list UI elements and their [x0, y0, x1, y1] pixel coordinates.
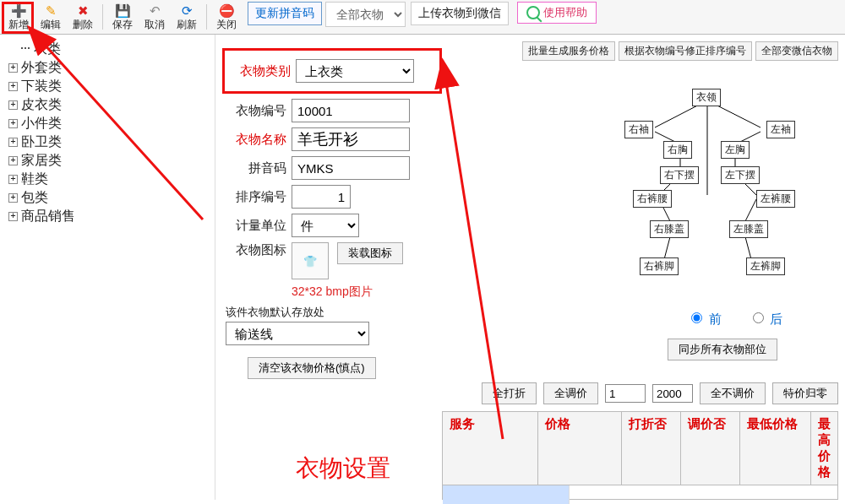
th-max: 最高价格 — [811, 412, 837, 485]
annotation-label: 衣物设置 — [296, 453, 390, 485]
new-button[interactable]: ➕新增 — [3, 2, 35, 32]
content-pane: 批量生成服务价格 根据衣物编号修正排序编号 全部变微信衣物 衣物类别 上衣类 衣… — [215, 35, 845, 500]
expand-icon[interactable]: + — [8, 82, 18, 91]
tree-item[interactable]: +家居类 — [8, 151, 211, 170]
category-label: 衣物类别 — [226, 63, 291, 79]
code-label: 衣物编号 — [222, 103, 286, 119]
fix-order-button[interactable]: 根据衣物编号修正排序编号 — [619, 41, 752, 61]
price-table: 服务 价格 打折否 调价否 最低价格 最高价格 — [442, 411, 838, 500]
adjust-val1-input[interactable] — [605, 384, 646, 403]
special-zero-button[interactable]: 特价归零 — [772, 382, 838, 404]
icon-note: 32*32 bmp图片 — [292, 285, 442, 300]
front-back-radio: 前 后 — [675, 310, 794, 328]
pencil-icon: ✎ — [35, 3, 67, 19]
close-button[interactable]: ⛔关闭 — [210, 2, 243, 32]
tree-item[interactable]: +包类 — [8, 188, 211, 207]
part-r-foot[interactable]: 右裤脚 — [640, 257, 679, 275]
tree-item[interactable]: +卧卫类 — [8, 133, 211, 151]
tree-item[interactable]: ··· 衣类 — [20, 40, 211, 58]
expand-icon[interactable]: + — [8, 100, 18, 110]
default-loc-select[interactable]: 输送线 — [226, 322, 369, 345]
tree-item[interactable]: +商品销售 — [8, 207, 211, 225]
part-l-hem[interactable]: 左下摆 — [721, 166, 760, 184]
clear-price-button[interactable]: 清空该衣物价格(慎点) — [248, 357, 376, 379]
undo-icon: ↶ — [139, 3, 171, 19]
part-r-hem[interactable]: 右下摆 — [660, 166, 699, 184]
cancel-button[interactable]: ↶取消 — [139, 2, 171, 32]
upload-wechat-button[interactable]: 上传衣物到微信 — [411, 2, 509, 25]
delete-button[interactable]: ✖删除 — [67, 2, 99, 32]
part-r-waist[interactable]: 右裤腰 — [633, 190, 672, 208]
help-button[interactable]: 使用帮助 — [517, 2, 597, 24]
price-toolbar: 全打折 全调价 全不调价 特价归零 — [442, 382, 838, 404]
th-price: 价格 — [538, 412, 622, 485]
close-icon: ⛔ — [210, 3, 243, 19]
all-adjust-button[interactable]: 全调价 — [543, 382, 598, 404]
expand-icon[interactable]: + — [8, 156, 18, 165]
expand-icon[interactable]: + — [8, 119, 18, 128]
part-r-chest[interactable]: 右胸 — [663, 141, 692, 159]
part-l-chest[interactable]: 左胸 — [721, 141, 750, 159]
sync-parts-button[interactable]: 同步所有衣物部位 — [668, 339, 777, 360]
x-icon: ✖ — [67, 3, 99, 19]
part-l-knee[interactable]: 左膝盖 — [729, 220, 768, 238]
th-discount: 打折否 — [622, 412, 681, 485]
expand-icon[interactable]: + — [8, 212, 18, 221]
expand-icon[interactable]: + — [8, 138, 18, 147]
code-input[interactable] — [292, 99, 410, 122]
order-input[interactable] — [292, 185, 351, 209]
tree-item[interactable]: +鞋类 — [8, 170, 211, 188]
category-highlight: 衣物类别 上衣类 — [222, 48, 442, 94]
tree-item[interactable]: +外套类 — [8, 58, 211, 77]
expand-icon[interactable]: + — [8, 175, 18, 184]
adjust-val2-input[interactable] — [652, 384, 693, 403]
icon-label: 衣物图标 — [222, 242, 286, 258]
top-links: 批量生成服务价格 根据衣物编号修正排序编号 全部变微信衣物 — [522, 41, 838, 61]
save-button[interactable]: 💾保存 — [106, 2, 139, 32]
radio-front[interactable]: 前 — [687, 312, 721, 326]
expand-icon[interactable]: + — [8, 193, 18, 203]
all-clothes-select[interactable]: 全部衣物 — [325, 2, 406, 27]
name-input[interactable] — [292, 127, 410, 151]
batch-price-button[interactable]: 批量生成服务价格 — [522, 41, 615, 61]
save-icon: 💾 — [106, 3, 139, 19]
name-label: 衣物名称 — [222, 132, 286, 148]
part-r-sleeve[interactable]: 右袖 — [624, 121, 653, 138]
radio-back[interactable]: 后 — [749, 312, 782, 326]
part-l-sleeve[interactable]: 左袖 — [766, 121, 795, 138]
category-select[interactable]: 上衣类 — [296, 59, 414, 83]
unit-select[interactable]: 件 — [292, 214, 359, 237]
all-noadjust-button[interactable]: 全不调价 — [700, 382, 766, 404]
search-icon — [526, 6, 540, 19]
update-pinyin-button[interactable]: 更新拼音码 — [248, 2, 322, 25]
part-collar[interactable]: 衣领 — [692, 89, 721, 106]
th-service: 服务 — [443, 412, 538, 485]
all-wechat-button[interactable]: 全部变微信衣物 — [755, 41, 838, 61]
th-adjust: 调价否 — [681, 412, 740, 485]
part-l-waist[interactable]: 左裤腰 — [756, 190, 795, 208]
load-icon-button[interactable]: 装载图标 — [337, 242, 403, 264]
body-diagram: 衣领 右袖 左袖 右胸 左胸 右下摆 左下摆 右裤腰 左裤腰 右膝盖 左膝盖 右… — [579, 85, 837, 305]
pinyin-input[interactable] — [292, 156, 410, 180]
refresh-button[interactable]: ⟳刷新 — [171, 2, 203, 32]
part-l-foot[interactable]: 左裤脚 — [746, 257, 785, 275]
tree-item[interactable]: +小件类 — [8, 114, 211, 133]
tree-item[interactable]: +皮衣类 — [8, 95, 211, 114]
plus-icon: ➕ — [3, 3, 35, 19]
edit-button[interactable]: ✎编辑 — [35, 2, 67, 32]
unit-label: 计量单位 — [222, 218, 286, 234]
pinyin-label: 拼音码 — [222, 160, 286, 176]
main-toolbar: ➕新增 ✎编辑 ✖删除 💾保存 ↶取消 ⟳刷新 ⛔关闭 更新拼音码 全部衣物 上… — [0, 0, 845, 35]
category-tree: ··· 衣类 +外套类 +下装类 +皮衣类 +小件类 +卧卫类 +家居类 +鞋类… — [0, 35, 215, 500]
icon-preview: 👕 — [292, 242, 329, 279]
tree-item[interactable]: +下装类 — [8, 77, 211, 95]
table-row[interactable] — [443, 485, 837, 504]
form-area: 衣物类别 上衣类 衣物编号 衣物名称 拼音码 排序编号 计量单位 件 衣物图标 … — [222, 48, 442, 379]
all-discount-button[interactable]: 全打折 — [482, 382, 537, 404]
order-label: 排序编号 — [222, 189, 286, 205]
refresh-icon: ⟳ — [171, 3, 203, 19]
default-loc-label: 该件衣物默认存放处 — [226, 305, 442, 320]
expand-icon[interactable]: + — [8, 63, 18, 73]
th-min: 最低价格 — [740, 412, 811, 485]
part-r-knee[interactable]: 右膝盖 — [650, 220, 689, 238]
